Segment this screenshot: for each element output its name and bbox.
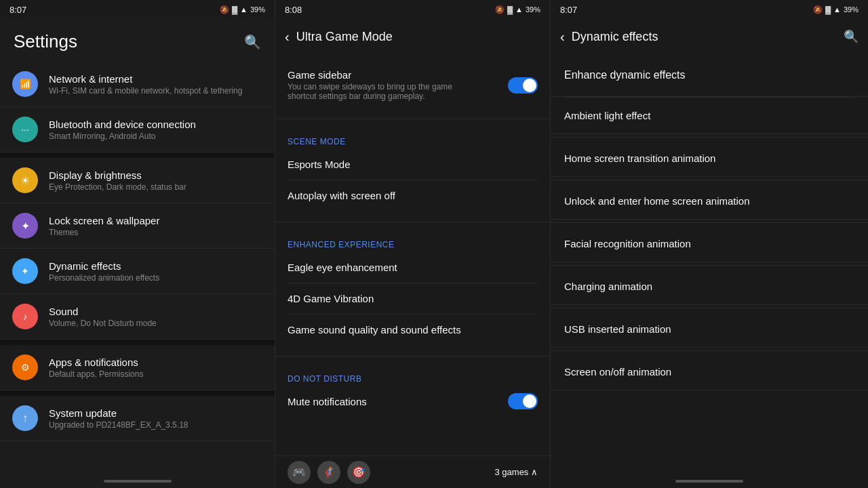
apps-icon: ⚙ [12, 354, 38, 380]
enhanced-section: ENHANCED EXPERIENCE Eagle eye enhancemen… [275, 225, 550, 353]
game-sidebar-toggle[interactable] [508, 77, 538, 94]
status-bar-3: 8:07 🔕 ▓ ▲ 39% [551, 0, 868, 19]
game-sidebar-section: Game sidebar You can swipe sideways to b… [275, 54, 550, 116]
lockscreen-icon: ✦ [12, 213, 38, 239]
dynamic-hr-4 [551, 222, 868, 223]
ambient-light-item[interactable]: Ambient light effect [551, 98, 868, 134]
battery-icon: 39% [250, 5, 265, 14]
hr-3 [275, 356, 550, 357]
dnd-label: DO NOT DISTURB [288, 367, 538, 386]
lockscreen-sub: Themes [49, 228, 159, 237]
settings-item-bluetooth[interactable]: ··· Bluetooth and device connection Smar… [0, 107, 275, 152]
usb-animation-item[interactable]: USB inserted animation [551, 311, 868, 348]
settings-panel: 8:07 🔕 ▓ ▲ 39% Settings 🔍 📶 Network & in… [0, 0, 275, 488]
back-button-game[interactable]: ‹ [285, 29, 290, 45]
bluetooth-title: Bluetooth and device connection [49, 119, 196, 130]
dynamic-icon: ✦ [12, 258, 38, 284]
nav-gesture-1 [0, 474, 275, 488]
settings-item-sound[interactable]: ♪ Sound Volume, Do Not Disturb mode [0, 294, 275, 340]
divider-1 [0, 152, 275, 158]
sysupdate-icon: ↑ [12, 405, 38, 431]
avatar-3: 🎯 [347, 461, 370, 484]
autoplay-item[interactable]: Autoplay with screen off [288, 180, 538, 211]
game-sound-item[interactable]: Game sound quality and sound effects [288, 314, 538, 345]
apps-title: Apps & notifications [49, 357, 143, 368]
signal-icon-2: ▓ [507, 5, 513, 14]
network-title: Network & internet [49, 73, 242, 85]
game-panel: 8:08 🔕 ▓ ▲ 39% ‹ Ultra Game Mode Game si… [275, 0, 551, 488]
settings-item-dynamic[interactable]: ✦ Dynamic effects Personalized animation… [0, 249, 275, 294]
wifi-icon-3: ▲ [833, 5, 841, 14]
scene-mode-label: SCENE MODE [288, 130, 538, 149]
display-title: Display & brightness [49, 169, 186, 181]
avatar-2: 🦸 [317, 461, 340, 484]
dynamic-hr-3 [551, 180, 868, 180]
time-3: 8:07 [560, 5, 577, 15]
dynamic-sub: Personalized animation effects [49, 273, 159, 283]
search-icon[interactable]: 🔍 [244, 34, 261, 50]
game-sidebar-title: Game sidebar [288, 69, 477, 81]
game-content: Game sidebar You can swipe sideways to b… [275, 54, 550, 455]
dynamic-nav-header: ‹ Dynamic effects 🔍 [551, 19, 868, 54]
wifi-icon-2: ▲ [515, 5, 523, 14]
settings-item-sysupdate[interactable]: ↑ System update Upgraded to PD2148BF_EX_… [0, 396, 275, 441]
vibration-item[interactable]: 4D Game Vibration [288, 283, 538, 314]
dynamic-hr-7 [551, 350, 868, 351]
sound-icon: ♪ [12, 304, 38, 329]
game-sidebar-sub: You can swipe sideways to bring up the g… [288, 82, 477, 101]
nav-pill-3 [675, 480, 743, 483]
battery-icon-2: 39% [526, 5, 540, 14]
divider-2 [0, 340, 275, 345]
game-bottom-bar: 🎮 🦸 🎯 3 games ∧ [275, 455, 550, 488]
dynamic-hr-2 [551, 137, 868, 138]
nav-gesture-3 [551, 474, 868, 488]
eagle-eye-item[interactable]: Eagle eye enhancement [288, 252, 538, 283]
facial-recognition-item[interactable]: Facial recognition animation [551, 226, 868, 262]
mute-title: Mute notifications [288, 396, 367, 407]
unlock-enter-item[interactable]: Unlock and enter home screen animation [551, 183, 868, 220]
hr-2 [275, 222, 550, 222]
status-icons-1: 🔕 ▓ ▲ 39% [220, 5, 265, 14]
dynamic-panel-title: Dynamic effects [572, 30, 837, 44]
bluetooth-icon: ··· [12, 117, 38, 142]
home-transition-item[interactable]: Home screen transition animation [551, 140, 868, 177]
game-count: 3 games ∧ [495, 467, 538, 477]
screen-onoff-item[interactable]: Screen on/off animation [551, 354, 868, 390]
enhance-dynamic-item[interactable]: Enhance dynamic effects [551, 54, 868, 97]
settings-item-lockscreen[interactable]: ✦ Lock screen & wallpaper Themes [0, 203, 275, 249]
lockscreen-title: Lock screen & wallpaper [49, 215, 159, 226]
settings-item-display[interactable]: ☀ Display & brightness Eye Protection, D… [0, 158, 275, 203]
signal-icon: ▓ [232, 5, 237, 14]
game-sidebar-item[interactable]: Game sidebar You can swipe sideways to b… [288, 62, 538, 108]
settings-title: Settings [14, 31, 77, 52]
sound-title: Sound [49, 306, 157, 317]
settings-item-apps[interactable]: ⚙ Apps & notifications Default apps, Per… [0, 345, 275, 390]
hr-1 [275, 119, 550, 119]
display-icon: ☀ [12, 167, 38, 193]
mute-notifications-item[interactable]: Mute notifications [288, 386, 538, 416]
sound-sub: Volume, Do Not Disturb mode [49, 319, 157, 328]
game-title: Ultra Game Mode [296, 30, 540, 44]
dynamic-title: Dynamic effects [49, 260, 159, 272]
display-sub: Eye Protection, Dark mode, status bar [49, 182, 186, 192]
settings-header: Settings 🔍 [0, 19, 275, 62]
back-button-dynamic[interactable]: ‹ [560, 29, 565, 45]
notification-icon: 🔕 [220, 5, 229, 14]
status-bar-1: 8:07 🔕 ▓ ▲ 39% [0, 0, 275, 19]
divider-3 [0, 390, 275, 396]
time-1: 8:07 [9, 5, 26, 15]
battery-icon-3: 39% [844, 5, 859, 14]
apps-sub: Default apps, Permissions [49, 369, 143, 379]
sysupdate-sub: Upgraded to PD2148BF_EX_A_3.5.18 [49, 420, 188, 430]
dynamic-panel: 8:07 🔕 ▓ ▲ 39% ‹ Dynamic effects 🔍 Enhan… [551, 0, 868, 488]
dynamic-hr-5 [551, 265, 868, 266]
charging-animation-item[interactable]: Charging animation [551, 268, 868, 305]
bluetooth-sub: Smart Mirroring, Android Auto [49, 131, 196, 141]
status-bar-2: 8:08 🔕 ▓ ▲ 39% [275, 0, 550, 19]
mute-toggle[interactable] [508, 393, 538, 409]
nav-pill-1 [104, 480, 172, 483]
esports-mode-item[interactable]: Esports Mode [288, 149, 538, 180]
search-icon-dynamic[interactable]: 🔍 [844, 29, 859, 44]
game-nav-header: ‹ Ultra Game Mode [275, 19, 550, 54]
settings-item-network[interactable]: 📶 Network & internet Wi-Fi, SIM card & m… [0, 62, 275, 107]
